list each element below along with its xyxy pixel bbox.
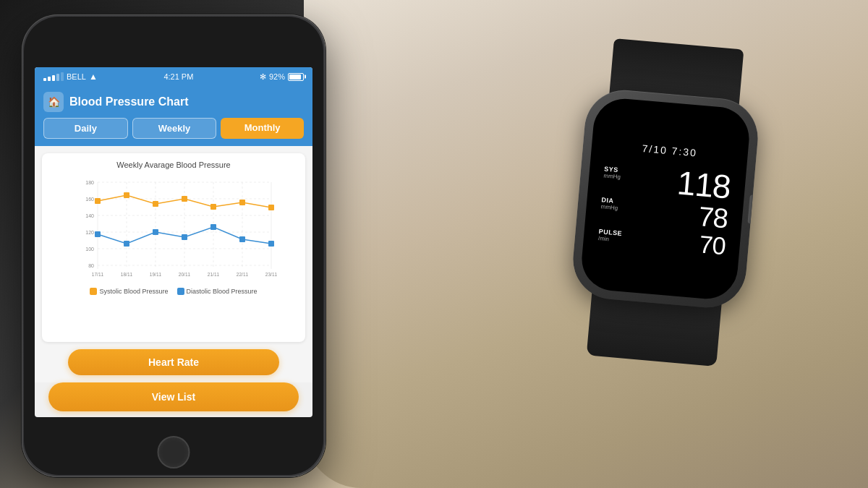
watch-screen: 7/10 7:30 SYS mmHg DIA mmHg PULSE /min <box>579 96 752 301</box>
status-bar: BELL ▲ 4:21 PM ✻ 92% <box>35 67 312 86</box>
wifi-icon: ▲ <box>89 72 98 82</box>
svg-text:120: 120 <box>85 230 94 235</box>
chart-legend: Systolic Blood Pressure Diastolic Blood … <box>49 288 298 295</box>
watch-label-dia: DIA mmHg <box>600 197 625 213</box>
carrier-label: BELL <box>67 72 86 81</box>
watch-sys-value: 118 <box>676 166 731 203</box>
svg-rect-37 <box>210 224 216 230</box>
watch-dia-value: 78 <box>697 202 728 232</box>
time-display: 4:21 PM <box>163 72 193 81</box>
battery-fill <box>289 74 301 80</box>
watch-metrics: SYS mmHg DIA mmHg PULSE /min 118 78 7 <box>597 160 732 259</box>
home-icon: 🏠 <box>48 96 60 108</box>
svg-text:17/11: 17/11 <box>92 272 104 277</box>
svg-rect-30 <box>210 204 216 210</box>
legend-systolic: Systolic Blood Pressure <box>90 288 168 295</box>
view-list-button[interactable]: View List <box>48 382 299 411</box>
phone: BELL ▲ 4:21 PM ✻ 92% 🏠 <box>22 14 326 477</box>
diastolic-color-dot <box>177 288 184 295</box>
watch-label-sys: SYS mmHg <box>603 166 628 181</box>
status-right: ✻ 92% <box>260 72 304 82</box>
svg-text:80: 80 <box>88 263 94 268</box>
phone-home-button[interactable] <box>158 436 190 468</box>
chart-card: Weekly Avarage Blood Pressure <box>42 153 305 342</box>
watch-case: 7/10 7:30 SYS mmHg DIA mmHg PULSE /min <box>570 87 761 311</box>
tab-bar: Daily Weekly Monthly <box>35 118 312 146</box>
svg-text:20/11: 20/11 <box>179 272 191 277</box>
status-left: BELL ▲ <box>43 72 98 82</box>
systolic-color-dot <box>90 288 97 295</box>
svg-text:21/11: 21/11 <box>208 272 220 277</box>
chart-title: Weekly Avarage Blood Pressure <box>49 160 298 169</box>
tab-daily[interactable]: Daily <box>43 118 128 139</box>
phone-screen: BELL ▲ 4:21 PM ✻ 92% 🏠 <box>35 67 312 417</box>
watch-label-pulse: PULSE /min <box>598 228 623 244</box>
svg-text:22/11: 22/11 <box>237 272 249 277</box>
svg-text:160: 160 <box>85 197 94 202</box>
svg-text:23/11: 23/11 <box>265 272 278 277</box>
watch-labels: SYS mmHg DIA mmHg PULSE /min <box>597 160 629 249</box>
app-header: 🏠 Blood Pressure Chart <box>35 86 312 118</box>
bp-chart-svg: 180 160 140 120 100 80 17/11 18/11 19/11 <box>49 175 298 283</box>
svg-rect-27 <box>124 192 129 198</box>
phone-body: BELL ▲ 4:21 PM ✻ 92% 🏠 <box>22 14 326 477</box>
home-button[interactable]: 🏠 <box>43 92 64 112</box>
svg-rect-32 <box>268 205 274 210</box>
signal-icon <box>43 72 64 81</box>
legend-diastolic: Diastolic Blood Pressure <box>177 288 258 295</box>
tab-monthly[interactable]: Monthly <box>221 118 304 139</box>
svg-rect-34 <box>124 241 129 247</box>
diastolic-legend-label: Diastolic Blood Pressure <box>187 288 258 295</box>
heart-rate-button[interactable]: Heart Rate <box>68 349 278 375</box>
tab-weekly[interactable]: Weekly <box>132 118 217 139</box>
svg-rect-38 <box>239 236 245 242</box>
svg-rect-29 <box>182 196 187 202</box>
phone-inner: BELL ▲ 4:21 PM ✻ 92% 🏠 <box>24 17 323 475</box>
chart-section: Weekly Avarage Blood Pressure <box>35 146 312 382</box>
chart-area: 180 160 140 120 100 80 17/11 18/11 19/11 <box>49 175 298 283</box>
watch-values: 118 78 70 <box>626 162 732 258</box>
bluetooth-icon: ✻ <box>260 72 266 82</box>
watch-pulse-value: 70 <box>698 231 726 258</box>
smartwatch: 7/10 7:30 SYS mmHg DIA mmHg PULSE /min <box>562 79 769 318</box>
watch-date: 7/10 7:30 <box>642 142 697 159</box>
svg-rect-31 <box>239 200 245 205</box>
svg-rect-33 <box>95 231 101 237</box>
svg-rect-26 <box>95 198 101 204</box>
battery-icon <box>288 73 304 81</box>
dia-unit: mmHg <box>600 204 624 213</box>
pulse-unit: /min <box>598 235 622 244</box>
systolic-legend-label: Systolic Blood Pressure <box>99 288 168 295</box>
svg-text:180: 180 <box>85 180 94 185</box>
svg-text:100: 100 <box>85 247 94 252</box>
sys-unit: mmHg <box>603 173 627 181</box>
svg-rect-35 <box>153 229 158 235</box>
header-title: Blood Pressure Chart <box>69 95 188 108</box>
svg-rect-36 <box>182 234 187 240</box>
svg-text:140: 140 <box>85 213 94 218</box>
battery-pct: 92% <box>269 72 285 81</box>
svg-rect-28 <box>153 201 158 207</box>
svg-text:18/11: 18/11 <box>121 272 133 277</box>
watch-crown[interactable] <box>747 194 755 224</box>
svg-text:19/11: 19/11 <box>150 272 162 277</box>
svg-rect-39 <box>268 241 274 247</box>
